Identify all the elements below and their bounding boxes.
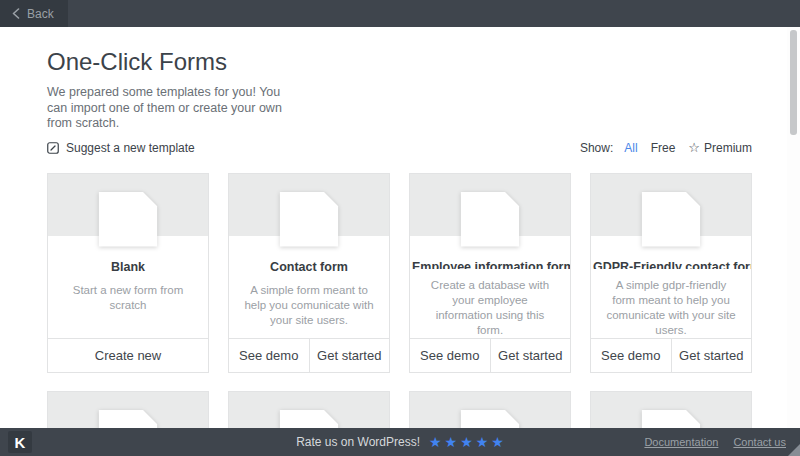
filter-premium-label: Premium bbox=[704, 141, 752, 155]
template-actions: See demo Get started bbox=[591, 338, 751, 372]
template-preview bbox=[591, 174, 751, 236]
top-bar: Back bbox=[0, 0, 800, 27]
star-icon: ★ bbox=[476, 435, 489, 449]
page-title: One-Click Forms bbox=[47, 48, 752, 76]
paper-icon bbox=[99, 410, 158, 429]
filter-free[interactable]: Free bbox=[651, 141, 676, 155]
show-filters: Show: All Free ☆ Premium bbox=[580, 141, 752, 155]
paper-icon bbox=[461, 410, 520, 429]
toolbar: Suggest a new template Show: All Free ☆ … bbox=[47, 140, 752, 156]
scrollbar-thumb[interactable] bbox=[790, 30, 797, 135]
template-card-blank: Blank Start a new form from scratch Crea… bbox=[47, 173, 209, 373]
filter-all-label: All bbox=[624, 141, 637, 155]
rate-us-label: Rate us on WordPress! bbox=[296, 435, 420, 449]
template-card-contact-form: Contact form A simple form meant to help… bbox=[228, 173, 390, 373]
template-preview bbox=[410, 174, 570, 236]
template-title: Contact form bbox=[229, 260, 389, 274]
back-button[interactable]: Back bbox=[0, 0, 68, 27]
template-actions: Create new bbox=[48, 338, 208, 372]
template-title: GDPR-Friendly contact form bbox=[591, 260, 751, 269]
paper-icon bbox=[280, 410, 339, 429]
template-description: Create a database with your employee inf… bbox=[410, 278, 570, 338]
filter-all[interactable]: All bbox=[624, 141, 637, 155]
template-description: A simple gdpr-friendly form meant to hel… bbox=[591, 278, 751, 338]
documentation-link[interactable]: Documentation bbox=[644, 436, 718, 448]
page-body: One-Click Forms We prepared some templat… bbox=[0, 27, 800, 428]
chevron-left-icon bbox=[12, 8, 20, 19]
create-new-button[interactable]: Create new bbox=[48, 339, 208, 372]
template-card-partial bbox=[590, 391, 752, 429]
get-started-button[interactable]: Get started bbox=[309, 339, 390, 372]
filter-premium[interactable]: ☆ Premium bbox=[688, 141, 752, 155]
template-preview bbox=[229, 174, 389, 236]
star-icon: ★ bbox=[445, 435, 458, 449]
star-outline-icon: ☆ bbox=[688, 141, 700, 154]
paper-icon bbox=[642, 410, 701, 429]
paper-icon bbox=[99, 192, 158, 247]
template-preview bbox=[48, 174, 208, 236]
one-click-forms-screen: Back One-Click Forms We prepared some te… bbox=[0, 0, 800, 456]
suggest-template-icon bbox=[47, 142, 59, 154]
suggest-template-button[interactable]: Suggest a new template bbox=[47, 141, 195, 155]
vertical-scrollbar bbox=[787, 27, 800, 428]
see-demo-button[interactable]: See demo bbox=[410, 339, 490, 372]
star-icon: ★ bbox=[429, 435, 442, 449]
get-started-button[interactable]: Get started bbox=[490, 339, 571, 372]
template-card-gdpr-contact-form: GDPR-Friendly contact form A simple gdpr… bbox=[590, 173, 752, 373]
star-icon: ★ bbox=[491, 435, 504, 449]
kali-forms-logo[interactable]: K bbox=[8, 431, 32, 453]
template-card-partial bbox=[409, 391, 571, 429]
template-description: Start a new form from scratch bbox=[48, 283, 208, 313]
template-preview bbox=[591, 392, 751, 429]
back-label: Back bbox=[27, 7, 54, 21]
template-title: Blank bbox=[48, 260, 208, 274]
star-icon: ★ bbox=[460, 435, 473, 449]
bottom-bar: K Rate us on WordPress! ★★★★★ Documentat… bbox=[0, 428, 800, 456]
paper-icon bbox=[642, 192, 701, 247]
template-actions: See demo Get started bbox=[410, 338, 570, 372]
template-card-partial bbox=[47, 391, 209, 429]
template-preview bbox=[229, 392, 389, 429]
suggest-template-label: Suggest a new template bbox=[66, 141, 195, 155]
bottom-links: Documentation Contact us bbox=[644, 436, 786, 448]
get-started-button[interactable]: Get started bbox=[671, 339, 752, 372]
filter-free-label: Free bbox=[651, 141, 676, 155]
templates-grid: Blank Start a new form from scratch Crea… bbox=[47, 173, 752, 429]
template-actions: See demo Get started bbox=[229, 338, 389, 372]
template-title: Employee information form bbox=[410, 260, 570, 269]
template-card-partial bbox=[228, 391, 390, 429]
template-preview bbox=[48, 392, 208, 429]
paper-icon bbox=[280, 192, 339, 247]
rating-stars: ★★★★★ bbox=[429, 435, 504, 449]
show-label: Show: bbox=[580, 141, 613, 155]
template-card-employee-information-form: Employee information form Create a datab… bbox=[409, 173, 571, 373]
contact-us-link[interactable]: Contact us bbox=[733, 436, 786, 448]
see-demo-button[interactable]: See demo bbox=[229, 339, 309, 372]
template-preview bbox=[410, 392, 570, 429]
see-demo-button[interactable]: See demo bbox=[591, 339, 671, 372]
resize-grip-icon bbox=[788, 444, 800, 456]
page-subtitle: We prepared some templates for you! You … bbox=[47, 85, 285, 132]
rate-us-link[interactable]: Rate us on WordPress! ★★★★★ bbox=[296, 435, 504, 449]
template-description: A simple form meant to help you comunica… bbox=[229, 283, 389, 328]
paper-icon bbox=[461, 192, 520, 247]
